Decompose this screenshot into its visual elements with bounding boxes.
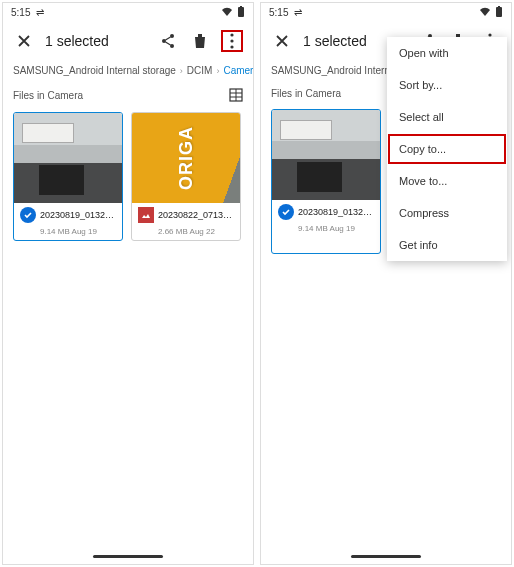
menu-compress[interactable]: Compress [387, 197, 507, 229]
breadcrumb-camera[interactable]: Camera [223, 65, 253, 76]
selected-check-icon [20, 207, 36, 223]
menu-copy-to[interactable]: Copy to... [387, 133, 507, 165]
svg-rect-10 [498, 6, 500, 7]
file-grid: 20230819_013240... 9.14 MB Aug 19 ORIGA … [3, 106, 253, 247]
battery-icon [495, 6, 503, 18]
file-name: 20230822_07134... [158, 210, 234, 220]
file-name: 20230819_013240... [298, 207, 374, 217]
menu-open-with[interactable]: Open with [387, 37, 507, 69]
file-thumbnail [14, 113, 122, 203]
file-tile[interactable]: ORIGA 20230822_07134... 2.66 MB Aug 22 [131, 112, 241, 241]
svg-point-6 [230, 39, 233, 42]
section-label: Files in Camera [13, 90, 229, 101]
svg-point-7 [230, 45, 233, 48]
svg-point-5 [230, 33, 233, 36]
usb-icon: ⇌ [36, 7, 44, 18]
nav-pill[interactable] [351, 555, 421, 558]
selected-check-icon [278, 204, 294, 220]
breadcrumb: SAMSUNG_Android Internal storage › DCIM … [3, 61, 253, 80]
usb-icon: ⇌ [294, 7, 302, 18]
close-icon[interactable] [271, 30, 293, 52]
status-time: 5:15 [11, 7, 30, 18]
share-icon[interactable] [157, 30, 179, 52]
file-meta: 9.14 MB Aug 19 [14, 227, 122, 240]
status-time: 5:15 [269, 7, 288, 18]
nav-pill[interactable] [93, 555, 163, 558]
menu-get-info[interactable]: Get info [387, 229, 507, 261]
breadcrumb-dcim[interactable]: DCIM [187, 65, 213, 76]
file-meta: 2.66 MB Aug 22 [132, 227, 240, 240]
more-icon[interactable] [221, 30, 243, 52]
svg-rect-1 [240, 6, 242, 7]
file-name: 20230819_013240... [40, 210, 116, 220]
chevron-right-icon: › [180, 66, 183, 76]
menu-select-all[interactable]: Select all [387, 101, 507, 133]
status-bar: 5:15 ⇌ [3, 3, 253, 21]
section-header: Files in Camera [3, 80, 253, 106]
battery-icon [237, 6, 245, 18]
wifi-icon [221, 7, 233, 17]
menu-sort-by[interactable]: Sort by... [387, 69, 507, 101]
chevron-right-icon: › [216, 66, 219, 76]
status-bar: 5:15 ⇌ [261, 3, 511, 21]
phone-left: 5:15 ⇌ 1 selected SAMSUNG_Android Intern… [2, 2, 254, 565]
overflow-menu: Open with Sort by... Select all Copy to.… [387, 37, 507, 261]
svg-rect-9 [496, 7, 502, 17]
selection-count: 1 selected [45, 33, 147, 49]
phone-right: 5:15 ⇌ 1 selected SAMSUNG_Android Intern… [260, 2, 512, 565]
breadcrumb-root[interactable]: SAMSUNG_Android Internal storage [13, 65, 176, 76]
wifi-icon [479, 7, 491, 17]
top-bar: 1 selected [3, 21, 253, 61]
image-file-icon [138, 207, 154, 223]
menu-move-to[interactable]: Move to... [387, 165, 507, 197]
file-meta: 9.14 MB Aug 19 [272, 224, 380, 237]
file-tile[interactable]: 20230819_013240... 9.14 MB Aug 19 [271, 109, 381, 254]
file-thumbnail [272, 110, 380, 200]
delete-icon[interactable] [189, 30, 211, 52]
file-thumbnail: ORIGA [132, 113, 240, 203]
close-icon[interactable] [13, 30, 35, 52]
svg-rect-0 [238, 7, 244, 17]
view-toggle-icon[interactable] [229, 88, 243, 102]
file-tile[interactable]: 20230819_013240... 9.14 MB Aug 19 [13, 112, 123, 241]
